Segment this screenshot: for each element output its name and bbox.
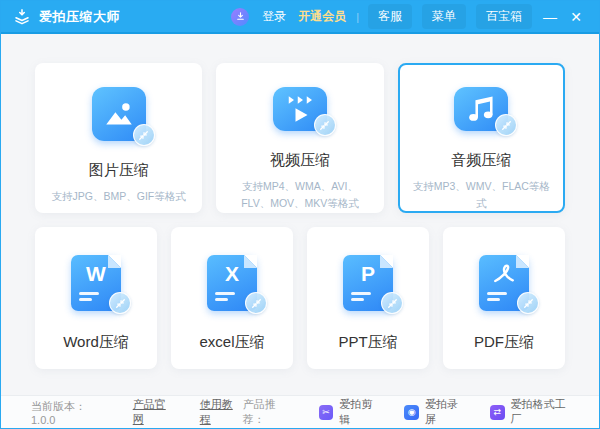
- pdf-acrobat-glyph: [489, 260, 519, 288]
- footer-left: 当前版本：1.0.0 产品官网 使用教程: [31, 397, 243, 427]
- word-doc-icon: W: [71, 255, 121, 311]
- app-logo-compress-layers-icon: [13, 8, 31, 26]
- excel-doc-icon: X: [207, 255, 257, 311]
- app-title: 爱拍压缩大师: [39, 8, 120, 26]
- card-subtitle: 支持JPG、BMP、GIF等格式: [42, 188, 196, 204]
- product-aipai-clip[interactable]: ✂ 爱拍剪辑: [319, 397, 383, 427]
- audio-icon: [454, 87, 508, 131]
- titlebar-right: 登录 开通会员 | 客服 菜单 百宝箱 — ✕: [231, 4, 589, 29]
- app-window: 爱拍压缩大师 登录 开通会员 | 客服 菜单 百宝箱 — ✕: [0, 0, 600, 429]
- pdf-doc-icon: [479, 255, 529, 311]
- titlebar-divider: |: [356, 11, 359, 23]
- login-button[interactable]: 登录: [256, 5, 292, 28]
- official-site-link[interactable]: 产品官网: [133, 397, 176, 427]
- card-pdf-compress[interactable]: PDF压缩: [443, 227, 565, 369]
- doc-letter: P: [343, 262, 393, 286]
- close-button[interactable]: ✕: [563, 7, 589, 27]
- card-excel-compress[interactable]: X excel压缩: [171, 227, 293, 369]
- video-icon: [273, 87, 327, 131]
- card-image-compress[interactable]: 图片压缩 支持JPG、BMP、GIF等格式: [35, 63, 202, 213]
- compress-badge-icon: [314, 114, 336, 136]
- minimize-button[interactable]: —: [537, 7, 563, 27]
- recommend-label: 产品推荐：: [243, 397, 297, 427]
- card-ppt-compress[interactable]: P PPT压缩: [307, 227, 429, 369]
- card-title: 音频压缩: [451, 151, 511, 170]
- toolbox-button[interactable]: 百宝箱: [476, 4, 532, 29]
- scissors-icon: ✂: [319, 405, 334, 420]
- card-word-compress[interactable]: W Word压缩: [35, 227, 157, 369]
- card-title: PPT压缩: [338, 333, 397, 352]
- card-title: 视频压缩: [270, 151, 330, 170]
- compress-badge-icon: [517, 292, 539, 314]
- product-label: 爱拍格式工厂: [511, 397, 576, 427]
- compress-badge-icon: [109, 292, 131, 314]
- card-title: excel压缩: [199, 333, 264, 352]
- product-label: 爱拍录屏: [425, 397, 468, 427]
- product-label: 爱拍剪辑: [339, 397, 382, 427]
- card-subtitle: 支持MP3、WMV、FLAC等格式: [400, 178, 563, 211]
- card-row-media: 图片压缩 支持JPG、BMP、GIF等格式: [35, 63, 565, 213]
- compress-badge-icon: [245, 292, 267, 314]
- titlebar: 爱拍压缩大师 登录 开通会员 | 客服 菜单 百宝箱 — ✕: [1, 1, 599, 34]
- card-row-documents: W Word压缩 X: [35, 227, 565, 369]
- main-area: 图片压缩 支持JPG、BMP、GIF等格式: [1, 34, 599, 395]
- card-subtitle: 支持MP4、WMA、AVI、FLV、MOV、MKV等格式: [218, 178, 381, 211]
- product-aipai-format-factory[interactable]: ⇄ 爱拍格式工厂: [490, 397, 575, 427]
- footer-bar: 当前版本：1.0.0 产品官网 使用教程 产品推荐： ✂ 爱拍剪辑 ◉ 爱拍录屏…: [1, 395, 599, 428]
- product-aipai-recorder[interactable]: ◉ 爱拍录屏: [404, 397, 468, 427]
- version-label: 当前版本：1.0.0: [31, 399, 109, 426]
- card-audio-compress[interactable]: 音频压缩 支持MP3、WMV、FLAC等格式: [398, 63, 565, 213]
- compress-badge-icon: [381, 292, 403, 314]
- doc-letter: W: [71, 262, 121, 286]
- customer-service-button[interactable]: 客服: [368, 4, 412, 29]
- image-icon: [92, 87, 146, 141]
- user-avatar[interactable]: [231, 8, 249, 26]
- menu-button[interactable]: 菜单: [422, 4, 466, 29]
- compress-badge-icon: [495, 114, 517, 136]
- card-title: PDF压缩: [474, 333, 534, 352]
- compress-badge-icon: [133, 124, 155, 146]
- card-title: Word压缩: [63, 333, 129, 352]
- titlebar-left: 爱拍压缩大师: [13, 8, 120, 26]
- format-convert-icon: ⇄: [490, 405, 505, 420]
- screen-record-icon: ◉: [404, 405, 419, 420]
- footer-right: 产品推荐： ✂ 爱拍剪辑 ◉ 爱拍录屏 ⇄ 爱拍格式工厂: [243, 397, 575, 427]
- card-title: 图片压缩: [89, 161, 149, 180]
- doc-letter: X: [207, 262, 257, 286]
- open-vip-button[interactable]: 开通会员: [292, 5, 352, 28]
- card-video-compress[interactable]: 视频压缩 支持MP4、WMA、AVI、FLV、MOV、MKV等格式: [216, 63, 383, 213]
- ppt-doc-icon: P: [343, 255, 393, 311]
- tutorial-link[interactable]: 使用教程: [200, 397, 243, 427]
